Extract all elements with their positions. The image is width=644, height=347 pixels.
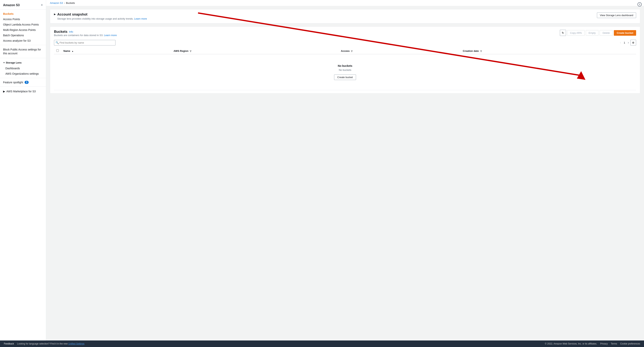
sidebar-divider-3 (0, 78, 46, 78)
search-icon: 🔍 (56, 41, 59, 44)
footer-right: © 2022, Amazon Web Services, Inc. or its… (545, 343, 640, 345)
buckets-table: Name ▲ AWS Region ▽ Access ▽ (54, 48, 636, 90)
feature-spotlight-badge: 3 (24, 81, 29, 84)
pagination-next[interactable]: › (627, 40, 630, 45)
search-input[interactable] (54, 40, 116, 45)
empty-state-row: No buckets No buckets Create bucket (54, 54, 636, 90)
sidebar-section-storage-lens[interactable]: ▼ Storage Lens (0, 60, 46, 66)
search-container: 🔍 (54, 40, 116, 45)
breadcrumb-buckets: Buckets (66, 1, 75, 4)
empty-button[interactable]: Empty (586, 30, 599, 36)
sidebar-item-aws-org-settings[interactable]: AWS Organizations settings (0, 71, 46, 76)
footer-terms-link[interactable]: Terms (611, 343, 617, 345)
create-bucket-button[interactable]: Create bucket (614, 30, 636, 36)
unified-settings-link[interactable]: Unified Settings (68, 343, 84, 345)
empty-title: No buckets (64, 64, 626, 67)
info-icon[interactable]: ℹ (638, 2, 642, 6)
sidebar-navigation: Buckets Access Points Object Lambda Acce… (0, 9, 46, 96)
sidebar-item-batch-operations[interactable]: Batch Operations (0, 33, 46, 38)
snapshot-content: Account snapshot Storage lens provides v… (57, 12, 147, 20)
table-col-region[interactable]: AWS Region ▽ (171, 48, 338, 54)
sidebar-divider-2 (0, 58, 46, 58)
aws-marketplace-label: AWS Marketplace for S3 (6, 90, 36, 93)
buckets-learn-more[interactable]: Learn more (104, 34, 116, 37)
table-col-access[interactable]: Access ▽ (338, 48, 460, 54)
buckets-panel: Buckets Info Buckets are containers for … (50, 26, 640, 93)
sidebar-item-buckets[interactable]: Buckets (0, 11, 46, 16)
footer-copyright: © 2022, Amazon Web Services, Inc. or its… (545, 343, 597, 345)
buckets-actions: ↻ Copy ARN Empty Delete Create bucket (560, 30, 636, 36)
footer-center-text: Looking for language selection? Find it … (17, 343, 84, 345)
breadcrumb-amazon-s3[interactable]: Amazon S3 (50, 1, 63, 4)
sidebar-title: Amazon S3 (3, 3, 20, 7)
sidebar-header: Amazon S3 × (0, 0, 46, 9)
empty-description: No buckets (64, 68, 626, 71)
refresh-button[interactable]: ↻ (560, 30, 566, 36)
table-header-row: Name ▲ AWS Region ▽ Access ▽ (54, 48, 636, 54)
search-pagination-row: 🔍 ‹ 1 › ⚙ (54, 40, 636, 45)
snapshot-title: Account snapshot (57, 12, 147, 16)
main-content: Amazon S3 › Buckets ▶ Account snapshot S… (46, 0, 644, 341)
table-body: No buckets No buckets Create bucket (54, 54, 636, 90)
buckets-title-row: Buckets Info (54, 30, 117, 34)
sidebar-item-block-public-access[interactable]: Block Public Access settings for this ac… (0, 47, 46, 56)
account-snapshot-panel: ▶ Account snapshot Storage lens provides… (50, 9, 640, 23)
footer-privacy-link[interactable]: Privacy (600, 343, 608, 345)
snapshot-toggle[interactable]: ▶ (54, 13, 56, 15)
view-storage-lens-button[interactable]: View Storage Lens dashboard (597, 12, 636, 18)
access-sort-icon: ▽ (351, 50, 352, 52)
sidebar-item-access-analyzer[interactable]: Access analyzer for S3 (0, 38, 46, 43)
select-all-checkbox[interactable] (56, 49, 59, 52)
empty-create-bucket-button[interactable]: Create bucket (334, 74, 356, 80)
table-col-name[interactable]: Name ▲ (61, 48, 171, 54)
footer-cookie-link[interactable]: Cookie preferences (620, 343, 640, 345)
buckets-panel-header: Buckets Info Buckets are containers for … (54, 30, 636, 39)
refresh-icon: ↻ (562, 31, 564, 34)
pagination-row: ‹ 1 › ⚙ (619, 40, 636, 45)
copy-arn-button[interactable]: Copy ARN (567, 30, 585, 36)
sidebar-close-button[interactable]: × (41, 3, 43, 7)
sidebar-item-aws-marketplace[interactable]: ▶ AWS Marketplace for S3 (0, 88, 46, 94)
table-header: Name ▲ AWS Region ▽ Access ▽ (54, 48, 636, 54)
table-col-checkbox (54, 48, 61, 54)
sidebar-item-access-points[interactable]: Access Points (0, 16, 46, 22)
feedback-button[interactable]: Feedback (4, 343, 14, 345)
pagination-current: 1 (622, 41, 626, 44)
buckets-desc: Buckets are containers for data stored i… (54, 34, 117, 37)
storage-lens-label: Storage Lens (6, 61, 22, 64)
snapshot-learn-more[interactable]: Learn more (134, 17, 147, 20)
sidebar-item-object-lambda[interactable]: Object Lambda Access Points (0, 22, 46, 27)
footer: Feedback Looking for language selection?… (0, 341, 644, 347)
sidebar-item-multi-region[interactable]: Multi-Region Access Points (0, 27, 46, 33)
snapshot-desc: Storage lens provides visibility into st… (57, 17, 147, 20)
app-layout: Amazon S3 × Buckets Access Points Object… (0, 0, 644, 341)
buckets-info-link[interactable]: Info (69, 30, 73, 33)
region-sort-icon: ▽ (190, 50, 191, 52)
empty-state-cell: No buckets No buckets Create bucket (54, 54, 636, 90)
content-area: ▶ Account snapshot Storage lens provides… (46, 6, 644, 96)
storage-lens-caret: ▼ (3, 62, 5, 64)
feature-spotlight-label: Feature spotlight (3, 81, 23, 84)
name-sort-icon: ▲ (72, 50, 74, 52)
sidebar-divider-4 (0, 86, 46, 87)
breadcrumb-separator: › (64, 1, 65, 4)
table-settings-button[interactable]: ⚙ (630, 40, 636, 45)
aws-marketplace-caret: ▶ (3, 90, 5, 93)
buckets-title: Buckets (54, 30, 68, 34)
sidebar: Amazon S3 × Buckets Access Points Object… (0, 0, 46, 341)
creation-date-sort-icon: ▽ (480, 50, 482, 52)
table-col-creation-date[interactable]: Creation date ▽ (460, 48, 636, 54)
empty-state: No buckets No buckets Create bucket (56, 57, 634, 88)
footer-left: Feedback Looking for language selection?… (4, 343, 84, 345)
sidebar-item-dashboards[interactable]: Dashboards (0, 66, 46, 71)
delete-button[interactable]: Delete (600, 30, 613, 36)
buckets-title-area: Buckets Info Buckets are containers for … (54, 30, 117, 39)
sidebar-divider-1 (0, 45, 46, 45)
snapshot-left: ▶ Account snapshot Storage lens provides… (54, 12, 147, 20)
breadcrumb: Amazon S3 › Buckets (46, 0, 644, 6)
settings-icon: ⚙ (632, 41, 634, 44)
pagination-prev[interactable]: ‹ (619, 40, 622, 45)
sidebar-item-feature-spotlight[interactable]: Feature spotlight 3 (0, 80, 46, 85)
